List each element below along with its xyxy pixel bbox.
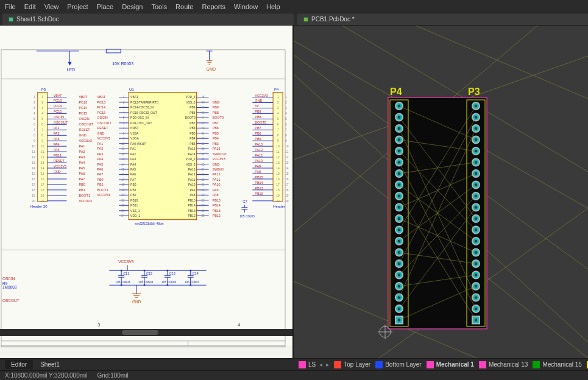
layer-swatch[interactable] bbox=[334, 361, 341, 368]
svg-text:C11: C11 bbox=[123, 272, 129, 275]
menu-tools[interactable]: Tools bbox=[151, 3, 167, 10]
layer-swatch[interactable] bbox=[427, 361, 434, 368]
svg-text:8: 8 bbox=[285, 134, 287, 137]
svg-text:18: 18 bbox=[276, 189, 280, 192]
svg-text:13: 13 bbox=[121, 158, 124, 161]
pcb-canvas[interactable]: P4 P3 bbox=[294, 26, 588, 358]
layer-label[interactable]: Mechanical 13 bbox=[489, 361, 528, 368]
svg-text:PB2: PB2 bbox=[130, 194, 136, 197]
svg-text:14: 14 bbox=[32, 167, 35, 170]
svg-text:7: 7 bbox=[285, 128, 287, 132]
svg-text:PB1: PB1 bbox=[130, 189, 136, 192]
svg-text:PC13: PC13 bbox=[97, 100, 105, 104]
svg-text:31: 31 bbox=[202, 183, 205, 186]
svg-text:PB14: PB14 bbox=[188, 204, 195, 207]
svg-text:21: 21 bbox=[121, 199, 124, 202]
svg-text:11: 11 bbox=[285, 150, 289, 153]
svg-text:PA6: PA6 bbox=[97, 167, 103, 171]
svg-text:PC15: PC15 bbox=[97, 111, 105, 114]
svg-text:PC15-OSC32_OUT: PC15-OSC32_OUT bbox=[130, 111, 157, 114]
svg-text:P3: P3 bbox=[468, 86, 480, 97]
svg-text:30: 30 bbox=[202, 189, 205, 192]
layer-label[interactable]: Top Layer bbox=[344, 361, 370, 368]
tab-pcb[interactable]: PCB1.PcbDoc * bbox=[297, 13, 588, 25]
svg-text:14: 14 bbox=[276, 167, 280, 170]
svg-text:PA3: PA3 bbox=[97, 152, 103, 156]
svg-text:17: 17 bbox=[121, 178, 124, 181]
pcb-doc-icon bbox=[303, 17, 308, 22]
menu-design[interactable]: Design bbox=[122, 3, 143, 10]
svg-text:5: 5 bbox=[285, 118, 287, 121]
svg-text:10: 10 bbox=[285, 145, 289, 148]
svg-point-229 bbox=[144, 270, 146, 272]
svg-text:VSS_3: VSS_3 bbox=[186, 101, 196, 104]
ls-swatch[interactable] bbox=[299, 361, 306, 368]
menu-reports[interactable]: Reports bbox=[202, 3, 225, 10]
svg-text:19: 19 bbox=[276, 194, 280, 197]
menu-route[interactable]: Route bbox=[175, 3, 193, 10]
menu-project[interactable]: Project bbox=[67, 3, 88, 10]
layer-label[interactable]: Mechanical 15 bbox=[542, 361, 581, 368]
menu-bar: File Edit View Project Place Design Tool… bbox=[0, 0, 588, 13]
svg-text:25: 25 bbox=[202, 214, 205, 217]
svg-text:38: 38 bbox=[202, 147, 205, 150]
menu-place[interactable]: Place bbox=[97, 3, 114, 10]
svg-text:20: 20 bbox=[121, 194, 124, 197]
svg-text:16: 16 bbox=[41, 178, 44, 181]
svg-text:PB15: PB15 bbox=[188, 199, 195, 202]
menu-help[interactable]: Help bbox=[266, 3, 280, 10]
svg-text:12: 12 bbox=[121, 153, 124, 156]
svg-text:16: 16 bbox=[276, 178, 280, 181]
svg-text:PA9: PA9 bbox=[255, 164, 261, 168]
svg-text:PC15: PC15 bbox=[79, 111, 87, 115]
svg-text:PA7: PA7 bbox=[79, 177, 85, 181]
menu-edit[interactable]: Edit bbox=[24, 3, 36, 10]
svg-text:1: 1 bbox=[285, 96, 287, 99]
svg-text:PA3: PA3 bbox=[54, 137, 60, 141]
svg-text:PB6: PB6 bbox=[213, 126, 219, 130]
svg-text:PB8: PB8 bbox=[213, 111, 219, 114]
svg-text:PA0-WKUP: PA0-WKUP bbox=[130, 142, 146, 146]
svg-text:PB0: PB0 bbox=[79, 183, 85, 186]
svg-text:VBAT: VBAT bbox=[79, 96, 88, 99]
svg-text:PA15: PA15 bbox=[213, 147, 221, 150]
layer-swatch[interactable] bbox=[375, 361, 383, 368]
schematic-pane[interactable]: ▼ + ✥ ■ ≡ ─ ╪ ╱ ▸ A ○ · bbox=[0, 26, 294, 358]
menu-file[interactable]: File bbox=[5, 3, 16, 10]
svg-text:PA2: PA2 bbox=[97, 147, 103, 150]
tab-schematic[interactable]: Sheet1.SchDoc bbox=[2, 13, 294, 25]
svg-text:4: 4 bbox=[277, 112, 279, 115]
layer-swatch[interactable] bbox=[479, 361, 486, 368]
svg-text:PA5: PA5 bbox=[97, 163, 103, 166]
menu-view[interactable]: View bbox=[44, 3, 59, 10]
svg-point-237 bbox=[166, 270, 168, 272]
svg-text:PA2: PA2 bbox=[79, 150, 85, 153]
svg-point-245 bbox=[190, 270, 191, 272]
svg-text:29: 29 bbox=[202, 194, 205, 197]
svg-text:28: 28 bbox=[202, 199, 205, 202]
menu-window[interactable]: Window bbox=[234, 3, 258, 10]
pcb-pane[interactable]: ▼ + □ ▥ ▦ ▧ ╱ ? ✦ ▤ ▭ ◧ A ▾ P4 P3 bbox=[294, 26, 588, 358]
svg-text:PC14: PC14 bbox=[54, 104, 62, 108]
layer-label[interactable]: Bottom Layer bbox=[385, 361, 421, 368]
svg-text:105 C0603: 105 C0603 bbox=[185, 281, 200, 284]
svg-text:PD0-OSC_IN: PD0-OSC_IN bbox=[130, 116, 149, 119]
svg-text:105 C0603: 105 C0603 bbox=[239, 215, 255, 218]
svg-text:6: 6 bbox=[285, 123, 287, 126]
layer-prev-icon[interactable]: ◂ bbox=[319, 361, 322, 368]
layer-swatch[interactable] bbox=[533, 361, 540, 368]
svg-text:PA8: PA8 bbox=[213, 193, 219, 197]
schematic-canvas[interactable]: LED 10K R0603 GND OSCIN R9 1M0603 OSCOUT… bbox=[0, 26, 292, 357]
svg-text:P3: P3 bbox=[41, 88, 46, 91]
schematic-hscroll[interactable] bbox=[0, 329, 294, 336]
hscroll-thumb[interactable] bbox=[122, 330, 158, 335]
svg-text:PC14-OSC32_IN: PC14-OSC32_IN bbox=[130, 106, 154, 109]
status-coords: X:10800.000mil Y:3200.000mil bbox=[5, 372, 87, 379]
svg-text:VSS_2: VSS_2 bbox=[186, 163, 196, 166]
editor-tab-editor[interactable]: Editor bbox=[5, 360, 33, 369]
svg-text:5: 5 bbox=[41, 118, 43, 121]
editor-tab-sheet[interactable]: Sheet1 bbox=[34, 360, 66, 369]
layer-label[interactable]: Mechanical 1 bbox=[436, 361, 474, 368]
svg-text:VDD_1: VDD_1 bbox=[130, 214, 140, 217]
svg-text:PB7: PB7 bbox=[213, 121, 219, 125]
